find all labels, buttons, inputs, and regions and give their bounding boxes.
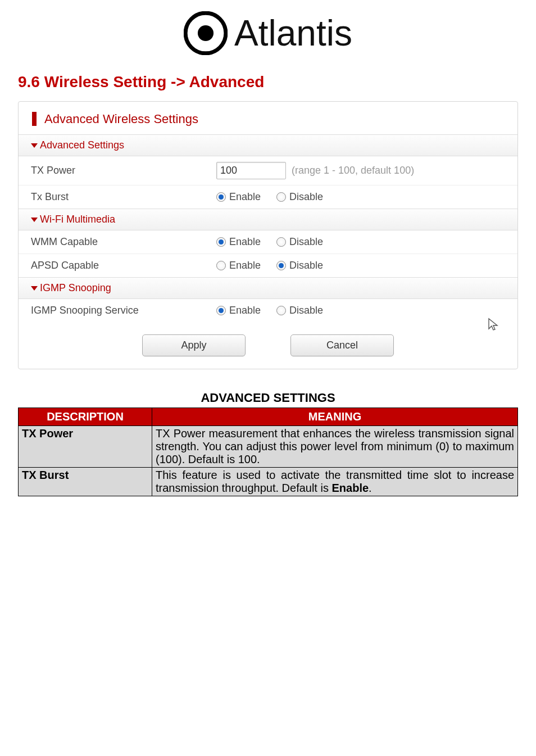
th-description: DESCRIPTION xyxy=(19,408,152,426)
brand-name: Atlantis xyxy=(234,12,352,54)
table-title: ADVANCED SETTINGS xyxy=(18,391,518,405)
row-tx-power: TX Power (range 1 - 100, default 100) xyxy=(19,156,517,185)
apsd-disable-radio[interactable]: Disable xyxy=(276,260,323,271)
svg-point-1 xyxy=(198,25,214,41)
wmm-capable-label: WMM Capable xyxy=(31,236,216,248)
atlantis-logo-icon xyxy=(184,11,228,55)
page-heading: 9.6 Wireless Setting -> Advanced xyxy=(18,73,518,91)
tx-burst-label: Tx Burst xyxy=(31,191,216,203)
term-tx-burst: TX Burst xyxy=(19,468,152,496)
group-header-advanced-label: Advanced Settings xyxy=(40,139,124,151)
apsd-enable-radio[interactable]: Enable xyxy=(216,260,261,271)
group-igmp-snooping: IGMP Snooping IGMP Snooping Service Enab… xyxy=(19,277,517,322)
row-apsd-capable: APSD Capable Enable Disable xyxy=(19,254,517,277)
wmm-enable-radio[interactable]: Enable xyxy=(216,236,261,248)
th-meaning: MEANING xyxy=(152,408,518,426)
table-row: TX Burst This feature is used to activat… xyxy=(19,468,518,496)
apply-button[interactable]: Apply xyxy=(142,334,246,356)
igmp-svc-label: IGMP Snooping Service xyxy=(31,305,216,316)
tx-power-input[interactable] xyxy=(216,162,286,179)
group-header-igmp-label: IGMP Snooping xyxy=(40,282,111,293)
collapse-icon xyxy=(31,286,38,291)
tx-power-label: TX Power xyxy=(31,165,216,176)
row-igmp-snooping-service: IGMP Snooping Service Enable Disable xyxy=(19,299,517,322)
group-wifi-multimedia: Wi-Fi Multimedia WMM Capable Enable Disa… xyxy=(19,209,517,277)
group-header-igmp[interactable]: IGMP Snooping xyxy=(19,278,517,299)
meaning-tx-power: TX Power measurement that enhances the w… xyxy=(152,426,518,468)
group-header-wifi-mm-label: Wi-Fi Multimedia xyxy=(40,214,115,225)
group-advanced-settings: Advanced Settings TX Power (range 1 - 10… xyxy=(19,134,517,209)
group-header-advanced[interactable]: Advanced Settings xyxy=(19,135,517,156)
tx-burst-enable-radio[interactable]: Enable xyxy=(216,191,261,203)
wmm-disable-radio[interactable]: Disable xyxy=(276,236,323,248)
panel-title: Advanced Wireless Settings xyxy=(32,112,198,126)
apsd-capable-label: APSD Capable xyxy=(31,260,216,271)
igmp-enable-radio[interactable]: Enable xyxy=(216,305,261,316)
tx-burst-disable-radio[interactable]: Disable xyxy=(276,191,323,203)
advanced-wireless-settings-panel: Advanced Wireless Settings Advanced Sett… xyxy=(18,101,518,369)
advanced-settings-table: DESCRIPTION MEANING TX Power TX Power me… xyxy=(18,408,518,496)
row-wmm-capable: WMM Capable Enable Disable xyxy=(19,230,517,254)
collapse-icon xyxy=(31,143,38,148)
tx-power-hint: (range 1 - 100, default 100) xyxy=(292,165,414,176)
cancel-button[interactable]: Cancel xyxy=(290,334,394,356)
collapse-icon xyxy=(31,218,38,222)
group-header-wifi-mm[interactable]: Wi-Fi Multimedia xyxy=(19,209,517,230)
row-tx-burst: Tx Burst Enable Disable xyxy=(19,185,517,209)
igmp-disable-radio[interactable]: Disable xyxy=(276,305,323,316)
term-tx-power: TX Power xyxy=(19,426,152,468)
meaning-tx-burst: This feature is used to activate the tra… xyxy=(152,468,518,496)
table-row: TX Power TX Power measurement that enhan… xyxy=(19,426,518,468)
brand-logo-block: Atlantis xyxy=(18,0,518,63)
